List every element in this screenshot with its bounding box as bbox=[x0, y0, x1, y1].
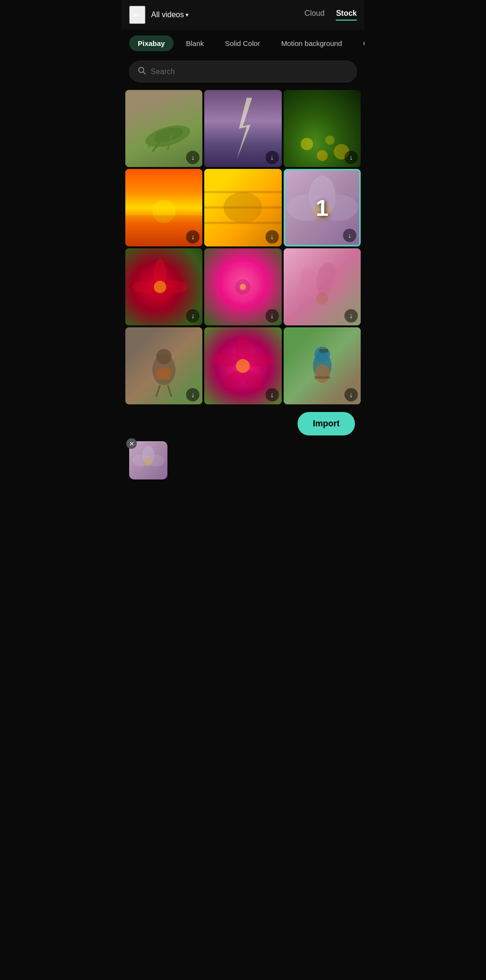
download-btn-5[interactable]: ↓ bbox=[265, 230, 279, 244]
media-item-1[interactable]: ↓ bbox=[125, 90, 202, 167]
media-grid: ↓ ↓ ↓ ↓ bbox=[122, 90, 364, 404]
svg-point-34 bbox=[316, 292, 328, 305]
media-item-12[interactable]: ↓ bbox=[284, 327, 361, 404]
selected-badge-6: 1 bbox=[316, 194, 329, 221]
download-btn-2[interactable]: ↓ bbox=[265, 151, 279, 164]
download-btn-11[interactable]: ↓ bbox=[265, 388, 279, 401]
media-item-11[interactable]: ↓ bbox=[204, 327, 281, 404]
media-item-5[interactable]: ↓ bbox=[204, 169, 281, 246]
svg-point-47 bbox=[314, 364, 330, 383]
download-btn-9[interactable]: ↓ bbox=[344, 309, 358, 323]
search-input[interactable] bbox=[151, 67, 349, 76]
media-item-2[interactable]: ↓ bbox=[204, 90, 281, 167]
svg-line-38 bbox=[156, 385, 160, 397]
header: ← All videos ▾ Cloud Stock bbox=[122, 0, 364, 30]
media-item-9[interactable]: ↓ bbox=[284, 248, 361, 325]
media-item-6[interactable]: 1 ↓ bbox=[284, 169, 361, 246]
filter-bar: Pixabay Blank Solid Color Motion backgro… bbox=[122, 30, 364, 57]
svg-point-54 bbox=[144, 458, 153, 466]
media-item-3[interactable]: ↓ bbox=[284, 90, 361, 167]
download-btn-4[interactable]: ↓ bbox=[186, 230, 199, 244]
svg-point-9 bbox=[325, 135, 334, 145]
media-item-10[interactable]: ↓ bbox=[125, 327, 202, 404]
search-box bbox=[129, 61, 357, 82]
media-item-4[interactable]: ↓ bbox=[125, 169, 202, 246]
svg-point-36 bbox=[156, 349, 172, 364]
svg-line-39 bbox=[168, 385, 172, 397]
filter-solid-color[interactable]: Solid Color bbox=[216, 35, 268, 51]
media-item-8[interactable]: ↓ bbox=[204, 248, 281, 325]
filter-pixabay[interactable]: Pixabay bbox=[129, 35, 174, 51]
all-videos-dropdown[interactable]: All videos ▾ bbox=[151, 11, 188, 19]
svg-point-37 bbox=[156, 368, 172, 380]
dropdown-label: All videos bbox=[151, 11, 184, 19]
svg-point-26 bbox=[154, 280, 166, 293]
svg-point-8 bbox=[300, 138, 313, 150]
filter-motion-background[interactable]: Motion background bbox=[273, 35, 351, 51]
dropdown-arrow-icon: ▾ bbox=[186, 11, 188, 18]
header-tabs: Cloud Stock bbox=[194, 9, 357, 21]
back-button[interactable]: ← bbox=[129, 6, 145, 24]
tab-cloud[interactable]: Cloud bbox=[305, 9, 325, 21]
download-btn-8[interactable]: ↓ bbox=[265, 309, 279, 323]
filter-blank[interactable]: Blank bbox=[177, 35, 213, 51]
svg-point-30 bbox=[240, 284, 246, 290]
svg-point-11 bbox=[317, 150, 328, 161]
svg-marker-7 bbox=[237, 98, 252, 159]
import-container: Import bbox=[122, 404, 364, 441]
tab-stock[interactable]: Stock bbox=[336, 9, 357, 21]
download-btn-6[interactable]: ↓ bbox=[343, 229, 356, 242]
media-item-7[interactable]: ↓ bbox=[125, 248, 202, 325]
preview-thumbnail[interactable] bbox=[129, 441, 167, 479]
search-icon bbox=[137, 66, 146, 77]
search-container bbox=[122, 57, 364, 90]
filter-open[interactable]: Ope... bbox=[354, 35, 364, 51]
import-button[interactable]: Import bbox=[298, 412, 355, 435]
svg-line-1 bbox=[143, 72, 145, 74]
preview-container: ✕ bbox=[129, 441, 167, 479]
svg-point-45 bbox=[236, 359, 250, 373]
svg-rect-49 bbox=[319, 349, 328, 353]
